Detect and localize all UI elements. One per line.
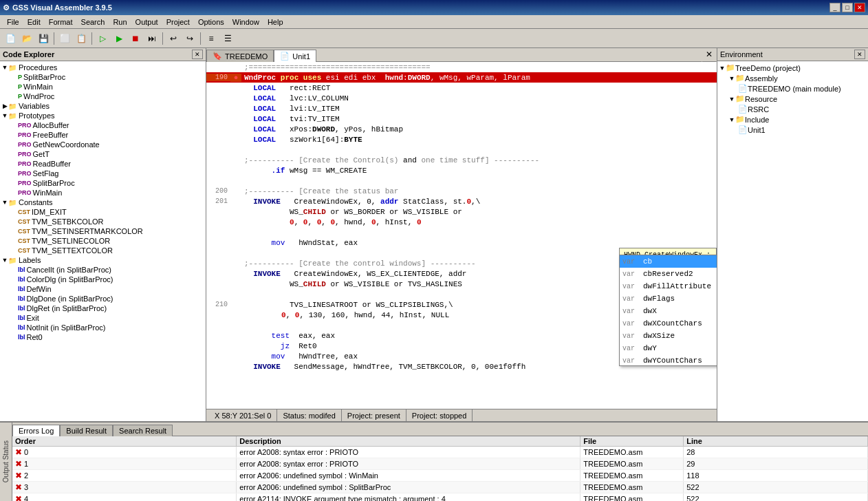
env-close[interactable]: ✕ bbox=[854, 50, 865, 59]
tree-tvm-settextcolor[interactable]: CST TVM_SETTEXTCOLOR bbox=[1, 246, 204, 255]
col-line: Line bbox=[684, 436, 868, 447]
ac-item-3[interactable]: var dwFlags :DWORD bbox=[620, 292, 717, 305]
env-tree-rsrc[interactable]: 📄 RSRC bbox=[719, 104, 867, 114]
ac-item-6[interactable]: var dwXSize :DWORD bbox=[620, 330, 717, 342]
tree-splitbarproc[interactable]: P SplitBarProc bbox=[1, 72, 204, 82]
redo-button[interactable]: ↪ bbox=[182, 31, 197, 46]
env-tree-unit1[interactable]: 📄 Unit1 bbox=[719, 125, 867, 135]
paste-button[interactable]: 📋 bbox=[74, 31, 89, 46]
ac-item-1[interactable]: var cbReserved2 :WORD bbox=[620, 268, 717, 280]
menu-run[interactable]: Run bbox=[109, 17, 131, 28]
tree-lbl-defwin[interactable]: lbl DefWin bbox=[1, 284, 204, 294]
procedures-folder-icon: 📁 bbox=[8, 64, 17, 72]
tab-search-result[interactable]: Search Result bbox=[113, 425, 173, 436]
tree-readbuffer[interactable]: PRO ReadBuffer bbox=[1, 159, 204, 169]
env-assembly-expand[interactable]: ▼ bbox=[728, 75, 735, 82]
tree-getnewcoordonate[interactable]: PRO GetNewCoordonate bbox=[1, 140, 204, 149]
menu-output[interactable]: Output bbox=[131, 17, 162, 28]
tree-idm-exit[interactable]: CST IDM_EXIT bbox=[1, 207, 204, 217]
tree-lbl-dlgdone[interactable]: lbl DlgDone (in SplitBarProc) bbox=[1, 294, 204, 303]
tree-lbl-ret0[interactable]: lbl Ret0 bbox=[1, 332, 204, 342]
code-line-200: 200 ;---------- [Create the status bar bbox=[206, 186, 717, 196]
lbl-colordlg-label: ColorDlg (in SplitBarProc) bbox=[27, 275, 113, 284]
ac-item-8[interactable]: var dwYCountChars :DWORD bbox=[620, 354, 717, 365]
menu-format[interactable]: Format bbox=[45, 17, 77, 28]
stop-button[interactable]: ⏹ bbox=[128, 31, 143, 46]
tab-treedemo[interactable]: 🔖 TREEDEMO bbox=[206, 50, 274, 62]
env-tree-assembly[interactable]: ▼ 📁 Assembly bbox=[719, 73, 867, 83]
code-line-comment1: ;---------- [Create the Control(s) and o… bbox=[206, 155, 717, 165]
env-tree-root[interactable]: ▼ 📁 TreeDemo (project) bbox=[719, 63, 867, 73]
ac-item-5[interactable]: var dwXCountChars :DWORD bbox=[620, 317, 717, 330]
tree-allocbuffer[interactable]: PRO AllocBuffer bbox=[1, 120, 204, 130]
env-resource-expand[interactable]: ▼ bbox=[728, 96, 735, 103]
menu-file[interactable]: File bbox=[3, 17, 23, 28]
ac-badge-1: var bbox=[622, 270, 643, 278]
lbl-dlgret-badge: lbl bbox=[18, 305, 25, 312]
menu-options[interactable]: Options bbox=[194, 17, 228, 28]
menu-help[interactable]: Help bbox=[263, 17, 287, 28]
tab-build-result[interactable]: Build Result bbox=[60, 425, 113, 436]
close-tab-button[interactable]: ✕ bbox=[702, 48, 717, 62]
env-root-expand[interactable]: ▼ bbox=[719, 65, 726, 72]
menu-window[interactable]: Window bbox=[228, 17, 263, 28]
tree-lbl-dlgret[interactable]: lbl DlgRet (in SplitBarProc) bbox=[1, 303, 204, 313]
env-tree-resource[interactable]: ▼ 📁 Resource bbox=[719, 94, 867, 104]
tree-gett[interactable]: PRO GetT bbox=[1, 149, 204, 159]
procedures-expand[interactable]: ▼ bbox=[1, 64, 8, 71]
run-button[interactable]: ▶ bbox=[111, 31, 127, 46]
new-button[interactable]: 📄 bbox=[3, 31, 18, 46]
variables-expand[interactable]: ▶ bbox=[1, 103, 8, 109]
ac-item-7[interactable]: var dwY :DWORD bbox=[620, 342, 717, 354]
constants-expand[interactable]: ▼ bbox=[1, 199, 8, 206]
tree-freebuffer[interactable]: PRO FreeBuffer bbox=[1, 130, 204, 140]
tree-proto-splitbarproc[interactable]: PRO SplitBarProc bbox=[1, 178, 204, 188]
menu-edit[interactable]: Edit bbox=[23, 17, 45, 28]
tree-tvm-setlinecolor[interactable]: CST TVM_SETLINECOLOR bbox=[1, 236, 204, 246]
tree-tvm-setinsertmarkcolor[interactable]: CST TVM_SETINSERTMARKCOLOR bbox=[1, 226, 204, 236]
maximize-button[interactable]: □ bbox=[842, 3, 853, 12]
menu-search[interactable]: Search bbox=[77, 17, 109, 28]
prototypes-expand[interactable]: ▼ bbox=[1, 112, 8, 119]
undo-button[interactable]: ↩ bbox=[166, 31, 181, 46]
tree-tvm-setbkcolor[interactable]: CST TVM_SETBKCOLOR bbox=[1, 217, 204, 226]
options-button[interactable]: ☰ bbox=[220, 31, 235, 46]
code-line-blank1 bbox=[206, 145, 717, 155]
env-tree-include[interactable]: ▼ 📁 Include bbox=[719, 114, 867, 125]
tree-setflag[interactable]: PRO SetFlag bbox=[1, 169, 204, 178]
autocomplete-popup[interactable]: var cb :DWORD var cbReserved2 :WORD var … bbox=[619, 255, 717, 366]
env-include-expand[interactable]: ▼ bbox=[728, 116, 735, 123]
minimize-button[interactable]: _ bbox=[829, 3, 840, 12]
tree-constants-row[interactable]: ▼ 📁 Constants bbox=[1, 198, 204, 207]
tree-lbl-notinit[interactable]: lbl NotInit (in SplitBarProc) bbox=[1, 323, 204, 332]
tree-procedures-row[interactable]: ▼ 📁 Procedures bbox=[1, 63, 204, 72]
save-button[interactable]: 💾 bbox=[36, 31, 51, 46]
tree-labels-row[interactable]: ▼ 📁 Labels bbox=[1, 255, 204, 265]
ac-item-0[interactable]: var cb :DWORD bbox=[620, 255, 717, 268]
tree-proto-winmain[interactable]: PRO WinMain bbox=[1, 188, 204, 198]
tree-prototypes-row[interactable]: ▼ 📁 Prototypes bbox=[1, 111, 204, 120]
tree-lbl-colordlg[interactable]: lbl ColorDlg (in SplitBarProc) bbox=[1, 275, 204, 284]
tree-wndproc[interactable]: P WndProc bbox=[1, 92, 204, 101]
step-button[interactable]: ⏭ bbox=[144, 31, 160, 46]
close-button[interactable]: ✕ bbox=[854, 3, 865, 12]
tree-lbl-exit[interactable]: lbl Exit bbox=[1, 313, 204, 323]
tree-lbl-cancelit[interactable]: lbl CancelIt (in SplitBarProc) bbox=[1, 265, 204, 275]
open-button[interactable]: 📂 bbox=[19, 31, 34, 46]
code-explorer-close[interactable]: ✕ bbox=[192, 50, 203, 59]
autocomplete-list[interactable]: var cb :DWORD var cbReserved2 :WORD var … bbox=[620, 255, 717, 365]
copy-button[interactable]: ⬜ bbox=[57, 31, 72, 46]
env-tree-main-module[interactable]: 📄 TREEDEMO (main module) bbox=[719, 83, 867, 94]
tab-unit1[interactable]: 📄 Unit1 bbox=[274, 50, 316, 62]
tree-winmain[interactable]: P WinMain bbox=[1, 82, 204, 92]
menu-project[interactable]: Project bbox=[162, 17, 194, 28]
compile-button[interactable]: ▷ bbox=[95, 31, 110, 46]
tab-errors-log[interactable]: Errors Log bbox=[12, 425, 60, 436]
ac-name-1: cbReserved2 bbox=[643, 270, 717, 278]
tree-variables-row[interactable]: ▶ 📁 Variables bbox=[1, 101, 204, 111]
align-button[interactable]: ≡ bbox=[204, 31, 219, 46]
ac-item-2[interactable]: var dwFillAttribute :DWORD bbox=[620, 280, 717, 292]
ac-item-4[interactable]: var dwX :DWORD bbox=[620, 305, 717, 317]
labels-expand[interactable]: ▼ bbox=[1, 257, 8, 264]
editor-content[interactable]: ;=======================================… bbox=[206, 62, 717, 409]
